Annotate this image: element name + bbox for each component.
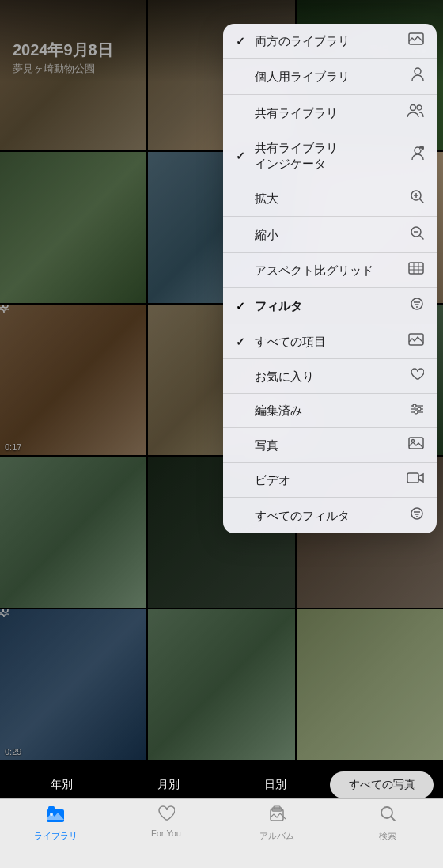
svg-line-17 xyxy=(420,236,423,239)
nav-item-search[interactable]: 検索 xyxy=(332,805,443,842)
svg-line-48 xyxy=(391,817,395,821)
menu-item-personal-library[interactable]: ✓ 個人用ライブラリ xyxy=(223,59,437,95)
svg-point-7 xyxy=(417,105,422,110)
nav-label-albums: アルバム xyxy=(259,830,294,842)
menu-item-videos[interactable]: ✓ ビデオ xyxy=(223,463,437,498)
bottom-nav: ライブラリ For You アルバム 検索 xyxy=(0,798,443,868)
menu-item-all-filters[interactable]: ✓ すべてのフィルタ xyxy=(223,498,437,533)
svg-rect-18 xyxy=(409,263,423,274)
svg-point-31 xyxy=(418,407,421,411)
menu-item-all-items[interactable]: ✓ すべての項目 xyxy=(223,324,437,359)
icon-heart xyxy=(410,368,424,385)
checkmark-both-library: ✓ xyxy=(236,35,248,47)
icon-photo-library xyxy=(408,32,424,49)
label-photos: 写真 xyxy=(255,438,278,453)
label-personal-library: 個人用ライブラリ xyxy=(255,69,350,85)
label-all-filters: すべてのフィルタ xyxy=(255,508,350,524)
menu-item-shared-indicator[interactable]: ✓ 共有ライブラリインジケータ + xyxy=(223,131,437,180)
menu-item-edited[interactable]: ✓ 編集済み xyxy=(223,394,437,428)
label-shared-library: 共有ライブラリ xyxy=(255,105,338,121)
svg-rect-36 xyxy=(407,473,418,483)
svg-point-29 xyxy=(413,404,416,407)
icon-all-filters xyxy=(410,506,424,525)
label-all-items: すべての項目 xyxy=(255,334,326,350)
menu-item-favorites[interactable]: ✓ お気に入り xyxy=(223,359,437,394)
tab-daily[interactable]: 日別 xyxy=(223,771,327,798)
label-zoom-in: 拡大 xyxy=(255,191,278,207)
tab-all-photos[interactable]: すべての写真 xyxy=(330,771,434,798)
dropdown-menu: ✓ 両方のライブラリ ✓ 個人用ライブラリ ✓ 共有ライブラリ xyxy=(223,24,437,533)
nav-icon-albums xyxy=(268,805,286,828)
icon-people xyxy=(407,104,424,122)
label-zoom-out: 縮小 xyxy=(255,227,278,243)
nav-icon-library xyxy=(46,805,65,828)
menu-item-photos[interactable]: ✓ 写真 xyxy=(223,428,437,463)
icon-person-badge: + xyxy=(411,146,424,165)
svg-rect-42 xyxy=(48,806,55,811)
icon-person xyxy=(411,67,424,85)
icon-all-items xyxy=(408,333,424,350)
svg-point-35 xyxy=(412,440,415,442)
svg-point-23 xyxy=(411,298,422,309)
label-aspect-grid: アスペクト比グリッド xyxy=(255,263,373,279)
svg-rect-34 xyxy=(409,438,423,449)
svg-point-37 xyxy=(411,508,422,519)
svg-line-14 xyxy=(420,199,423,203)
menu-item-zoom-out[interactable]: ✓ 縮小 xyxy=(223,217,437,253)
svg-point-6 xyxy=(411,105,416,111)
icon-grid xyxy=(408,262,424,279)
checkmark-shared-indicator: ✓ xyxy=(236,150,248,162)
svg-point-33 xyxy=(415,411,418,414)
icon-sliders xyxy=(410,403,424,419)
view-tabs: 年別 月別 日別 すべての写真 xyxy=(0,771,443,798)
filter-section-header: ✓ フィルタ xyxy=(223,288,437,324)
icon-zoom-in xyxy=(410,189,424,207)
checkmark-filter: ✓ xyxy=(236,300,248,313)
label-both-library: 両方のライブラリ xyxy=(255,33,350,49)
label-favorites: お気に入り xyxy=(255,369,314,385)
svg-point-43 xyxy=(50,813,53,816)
menu-item-both-library[interactable]: ✓ 両方のライブラリ xyxy=(223,24,437,59)
nav-label-for-you: For You xyxy=(151,828,181,838)
nav-label-search: 検索 xyxy=(379,830,396,842)
label-videos: ビデオ xyxy=(255,472,290,488)
nav-icon-for-you xyxy=(157,805,175,826)
icon-photo xyxy=(408,437,424,453)
tab-yearly[interactable]: 年別 xyxy=(9,771,113,798)
checkmark-all-items: ✓ xyxy=(236,335,248,348)
label-shared-indicator: 共有ライブラリインジケータ xyxy=(255,140,338,171)
icon-filter-section xyxy=(410,297,424,315)
nav-icon-search xyxy=(380,805,396,828)
icon-video xyxy=(407,472,424,488)
tab-monthly[interactable]: 月別 xyxy=(116,771,220,798)
nav-item-albums[interactable]: アルバム xyxy=(222,805,332,842)
nav-item-for-you[interactable]: For You xyxy=(111,805,222,838)
svg-text:+: + xyxy=(420,146,422,151)
menu-item-shared-library[interactable]: ✓ 共有ライブラリ xyxy=(223,95,437,131)
label-filter-section: フィルタ xyxy=(255,298,302,314)
nav-item-library[interactable]: ライブラリ xyxy=(0,805,111,842)
svg-point-5 xyxy=(415,68,421,74)
label-edited: 編集済み xyxy=(255,403,302,419)
menu-item-aspect-grid[interactable]: ✓ アスペクト比グリッド xyxy=(223,253,437,288)
icon-zoom-out xyxy=(410,226,424,244)
nav-label-library: ライブラリ xyxy=(34,830,78,842)
menu-item-zoom-in[interactable]: ✓ 拡大 xyxy=(223,180,437,217)
